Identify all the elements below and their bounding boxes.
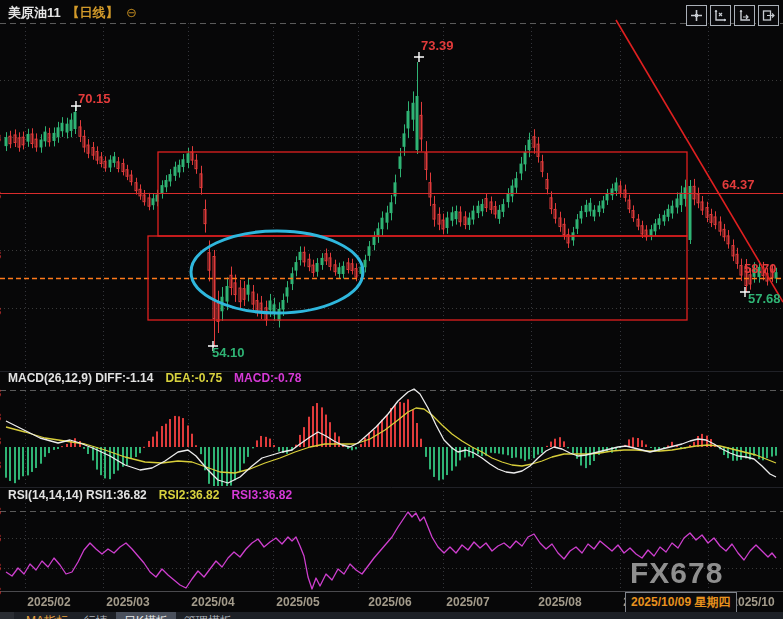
clipped-axis-label: 8 — [0, 387, 5, 399]
restore-scale-icon[interactable] — [758, 5, 779, 26]
chart-canvas[interactable] — [0, 0, 783, 592]
circle-minus-icon[interactable]: ⊖ — [126, 5, 137, 20]
tab-行情[interactable]: 行情 — [76, 612, 116, 619]
date-crosshair-tooltip: 2025/10/09 星期四 — [625, 592, 737, 614]
clipped-axis-label: 8 — [0, 249, 5, 261]
clipped-axis-label: 8 — [0, 305, 5, 317]
price-label: 58.70 — [744, 261, 777, 276]
clipped-axis-label: 8 — [0, 532, 5, 544]
period-label: 【日线】 — [66, 5, 118, 20]
x-axis-label: 2025/10 — [731, 595, 774, 609]
x-axis-label: 2025/04 — [191, 595, 234, 609]
macd-value: DEA:-0.75 — [165, 371, 222, 385]
chart-window: 美原油11 【日线】 ⊖ MACD(26,12,9) DIFF:-1.14DEA… — [0, 0, 783, 619]
scale-right-axis-icon[interactable] — [734, 5, 755, 26]
x-axis-label: 2025/08 — [538, 595, 581, 609]
clipped-axis-label: 8 — [0, 561, 5, 573]
rsi-value: RSI2:36.82 — [159, 488, 220, 502]
symbol-name: 美原油11 — [8, 5, 61, 20]
clipped-axis-label: 8 — [0, 411, 5, 423]
scale-left-axis-icon[interactable] — [710, 5, 731, 26]
rsi-value: RSI3:36.82 — [231, 488, 292, 502]
macd-value: MACD(26,12,9) DIFF:-1.14 — [8, 371, 153, 385]
clipped-axis-label: 8 — [0, 189, 5, 201]
tab-日K模板[interactable]: 日K模板 — [116, 612, 176, 619]
x-axis-label: 2025/02 — [27, 595, 70, 609]
x-axis-label: 2025/05 — [276, 595, 319, 609]
clipped-axis-label: 8 — [0, 132, 5, 144]
chart-title: 美原油11 【日线】 ⊖ — [8, 4, 137, 22]
clipped-axis-label: 8 — [0, 459, 5, 471]
x-axis-label: 2025/06 — [368, 595, 411, 609]
bottom-tab-bar: MA指标行情日K模板管理模板 — [0, 612, 783, 619]
tab-MA指标[interactable]: MA指标 — [18, 612, 76, 619]
x-axis-label: 2025/03 — [106, 595, 149, 609]
price-label: 57.68 — [748, 291, 781, 306]
price-label: 70.15 — [78, 91, 111, 106]
crosshair-tool-icon[interactable] — [686, 5, 707, 26]
price-label: 64.37 — [722, 177, 755, 192]
price-label: 54.10 — [212, 345, 245, 360]
clipped-axis-label: 8 — [0, 585, 5, 597]
macd-indicator-row: MACD(26,12,9) DIFF:-1.14DEA:-0.75MACD:-0… — [8, 371, 313, 385]
fx678-watermark: FX678 — [630, 556, 723, 590]
x-axis-label: 2025/07 — [446, 595, 489, 609]
rsi-value: RSI(14,14,14) RSI1:36.82 — [8, 488, 147, 502]
price-label: 73.39 — [421, 38, 454, 53]
macd-value: MACD:-0.78 — [234, 371, 301, 385]
tab-管理模板[interactable]: 管理模板 — [176, 612, 240, 619]
clipped-axis-label: 8 — [0, 435, 5, 447]
chart-toolbar — [686, 5, 779, 26]
panel-corner-handle[interactable] — [0, 612, 14, 619]
clipped-axis-label: 8 — [0, 505, 5, 517]
rsi-indicator-row: RSI(14,14,14) RSI1:36.82RSI2:36.82RSI3:3… — [8, 488, 304, 502]
